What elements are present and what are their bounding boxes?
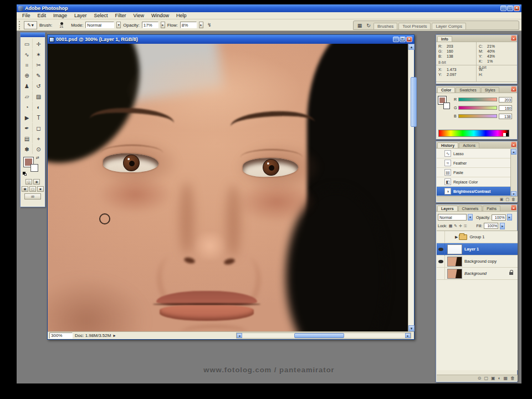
canvas[interactable]: [48, 44, 408, 331]
layer-row-selected[interactable]: Layer 1: [437, 243, 518, 255]
layer-name[interactable]: Background copy: [464, 259, 497, 264]
history-scrollbar[interactable]: ▲ ▼: [510, 149, 516, 197]
well-tab-layer-comps[interactable]: Layer Comps: [432, 23, 466, 29]
eyedropper-tool-icon[interactable]: ⌖: [33, 133, 44, 144]
fullscreen-button[interactable]: ■: [37, 186, 44, 192]
layer-thumbnail[interactable]: [447, 244, 462, 254]
history-brush-tool-icon[interactable]: ↺: [33, 80, 44, 91]
blend-mode-dropdown-icon[interactable]: ▾: [468, 214, 473, 221]
history-item[interactable]: ▤ Paste: [437, 168, 511, 177]
pen-tool-icon[interactable]: ✒: [21, 122, 33, 133]
mode-dropdown-icon[interactable]: ▾: [116, 22, 121, 28]
visibility-toggle[interactable]: [437, 255, 445, 268]
fill-arrow-icon[interactable]: ▸: [500, 223, 505, 229]
dodge-tool-icon[interactable]: ◐: [33, 101, 44, 112]
history-item[interactable]: ◧ Replace Color: [437, 177, 511, 187]
brush-tool-icon[interactable]: ✎: [33, 70, 44, 80]
new-layer-icon[interactable]: ▦: [503, 376, 508, 381]
opacity-arrow-icon[interactable]: ▸: [507, 214, 512, 221]
blur-tool-icon[interactable]: ◔: [21, 101, 33, 112]
adjustment-layer-icon[interactable]: ◐: [498, 376, 501, 381]
healing-brush-tool-icon[interactable]: ⊕: [21, 70, 33, 80]
zoom-level-input[interactable]: 300%: [49, 332, 73, 339]
eraser-tool-icon[interactable]: ▱: [21, 91, 33, 101]
visibility-toggle[interactable]: [437, 231, 445, 243]
red-slider[interactable]: [458, 98, 497, 101]
color-close-icon[interactable]: ✕: [511, 86, 516, 92]
well-tab-tool-presets[interactable]: Tool Presets: [398, 23, 431, 29]
layer-thumbnail[interactable]: [447, 257, 462, 267]
gradient-tool-icon[interactable]: ▨: [33, 91, 44, 101]
doc-close-button[interactable]: ✕: [406, 37, 412, 42]
menu-edit[interactable]: Edit: [34, 13, 50, 18]
opacity-input[interactable]: 17%: [142, 22, 158, 28]
new-group-icon[interactable]: ▣: [491, 376, 495, 381]
close-button[interactable]: ✕: [514, 6, 520, 11]
notes-tool-icon[interactable]: ▤: [21, 133, 33, 144]
layer-row-background[interactable]: Background: [437, 268, 518, 280]
layer-name[interactable]: Layer 1: [464, 247, 479, 252]
layers-close-icon[interactable]: ✕: [511, 205, 516, 211]
menu-file[interactable]: File: [19, 13, 34, 18]
mode-select[interactable]: Normal: [85, 22, 114, 28]
status-menu-arrow-icon[interactable]: ▸: [113, 333, 115, 338]
tool-preset-picker[interactable]: ✎▾: [24, 21, 37, 29]
blend-mode-select[interactable]: Normal: [438, 214, 467, 221]
red-value-input[interactable]: 203: [499, 97, 512, 103]
scroll-up-icon[interactable]: ▲: [408, 44, 415, 50]
menu-filter[interactable]: Filter: [112, 13, 130, 18]
history-scroll-up-icon[interactable]: ▲: [511, 149, 516, 155]
info-close-icon[interactable]: ✕: [511, 35, 516, 41]
maximize-button[interactable]: □: [507, 6, 513, 11]
type-tool-icon[interactable]: T: [33, 112, 44, 122]
layer-row-group[interactable]: ▶ Group 1: [437, 231, 518, 243]
rectangular-marquee-tool-icon[interactable]: ▭: [21, 38, 33, 49]
menu-window[interactable]: Window: [148, 13, 172, 18]
path-selection-tool-icon[interactable]: ▶: [21, 112, 33, 122]
doc-minimize-button[interactable]: _: [393, 37, 399, 42]
move-tool-icon[interactable]: ✛: [33, 38, 44, 49]
imageready-button[interactable]: IR: [24, 193, 41, 200]
color-background-swatch[interactable]: [443, 103, 450, 109]
tab-paths[interactable]: Paths: [483, 206, 500, 211]
hand-tool-icon[interactable]: ✽: [21, 144, 33, 154]
shape-tool-icon[interactable]: ◻: [33, 122, 44, 133]
group-expand-icon[interactable]: ▶: [455, 235, 458, 239]
layer-row[interactable]: Background copy: [437, 255, 518, 268]
sync-icon[interactable]: ↻: [365, 22, 372, 29]
layer-thumbnail[interactable]: [447, 269, 462, 279]
green-slider[interactable]: [458, 106, 497, 110]
standard-screen-button[interactable]: ▣: [22, 186, 28, 192]
scroll-down-icon[interactable]: ▼: [408, 325, 415, 331]
quick-mask-mode-button[interactable]: ◉: [33, 179, 40, 185]
tab-info[interactable]: Info: [437, 36, 452, 42]
black-white-swatch[interactable]: [503, 133, 509, 136]
history-item[interactable]: ∿ Lasso: [437, 149, 511, 158]
horizontal-scrollbar[interactable]: ◂ ▸: [236, 332, 411, 339]
menu-select[interactable]: Select: [91, 13, 111, 18]
standard-mode-button[interactable]: ◻: [25, 179, 32, 185]
new-snapshot-icon[interactable]: ▢: [505, 197, 509, 202]
magic-wand-tool-icon[interactable]: ✶: [33, 49, 44, 59]
minimize-button[interactable]: _: [500, 6, 507, 11]
lock-transparency-icon[interactable]: ▦: [449, 224, 453, 228]
file-browser-icon[interactable]: ▦: [356, 22, 364, 29]
menu-image[interactable]: Image: [50, 13, 70, 18]
green-value-input[interactable]: 160: [499, 105, 512, 111]
history-item-selected[interactable]: ◑ Brightness/Contrast: [437, 187, 511, 196]
clone-stamp-tool-icon[interactable]: ♟: [21, 80, 33, 91]
swap-colors-icon[interactable]: ⇄: [36, 156, 39, 160]
blue-slider[interactable]: [458, 114, 497, 118]
flow-input[interactable]: 8%: [180, 22, 197, 28]
tab-actions[interactable]: Actions: [459, 142, 479, 148]
layer-mask-icon[interactable]: ▢: [484, 376, 488, 381]
opacity-arrow-icon[interactable]: ▸: [161, 22, 165, 28]
layer-fill-input[interactable]: 100%: [484, 223, 498, 229]
menu-help[interactable]: Help: [173, 13, 190, 18]
layer-style-icon[interactable]: ⊙: [478, 376, 482, 381]
new-document-from-state-icon[interactable]: ▣: [500, 197, 504, 202]
zoom-tool-icon[interactable]: ⊙: [33, 144, 44, 154]
history-item[interactable]: ≈ Feather: [437, 158, 511, 168]
visibility-toggle[interactable]: [437, 243, 445, 255]
crop-tool-icon[interactable]: ⌗: [21, 59, 33, 70]
